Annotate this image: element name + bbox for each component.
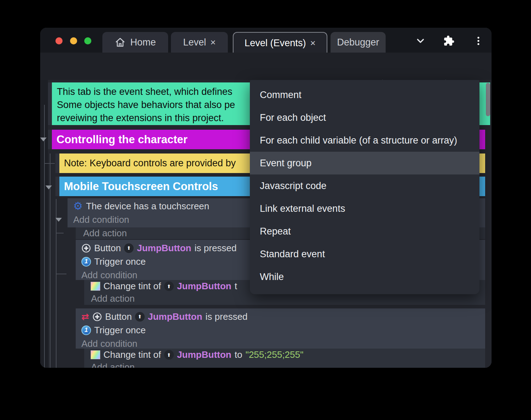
object-name: JumpButton — [137, 243, 191, 254]
add-action-label: Add action — [84, 293, 135, 304]
add-action-row[interactable]: Add action — [84, 361, 485, 368]
traffic-close-button[interactable] — [55, 37, 63, 44]
menu-item-while[interactable]: While — [250, 265, 479, 288]
tab-debugger[interactable]: Debugger — [331, 32, 386, 53]
jumpbutton-thumbnail-icon: ⬆ — [164, 350, 174, 360]
add-condition-link[interactable]: Add condition — [76, 337, 485, 349]
tree-guide-connector — [56, 274, 66, 274]
action-text: to — [235, 349, 242, 360]
menu-item-for-each-child-variable[interactable]: For each child variable (of a structure … — [250, 129, 479, 152]
menu-item-standard-event[interactable]: Standard event — [250, 243, 479, 265]
chevron-down-icon — [414, 35, 427, 47]
string-value: "255;255;255" — [246, 349, 304, 360]
tab-debugger-label: Debugger — [337, 37, 379, 48]
vertical-scrollbar-thumb[interactable] — [486, 83, 490, 116]
jumpbutton-thumbnail-icon: ⬆ — [164, 281, 174, 291]
tree-guide-connector — [44, 163, 55, 164]
group-title: Controlling the character — [52, 133, 188, 146]
group-title: Mobile Touchscreen Controls — [59, 180, 218, 193]
drag-handle[interactable] — [48, 130, 52, 149]
close-icon[interactable]: × — [310, 38, 316, 48]
jumpbutton-thumbnail-icon: ⬆ — [135, 312, 145, 322]
toolbar — [40, 53, 492, 80]
jumpbutton-thumbnail-icon: ⬆ — [124, 243, 134, 253]
menu-item-for-each-object[interactable]: For each object — [250, 106, 479, 129]
gamepad-button-icon — [81, 243, 91, 253]
add-action-row[interactable]: Add action — [84, 292, 485, 305]
tab-bar: Home Level × Level (Events) × Debugger — [40, 28, 492, 53]
drag-handle[interactable] — [48, 82, 52, 125]
menu-item-comment[interactable]: Comment — [250, 84, 479, 106]
action-text: Change tint of — [103, 349, 161, 360]
tab-home-label: Home — [130, 37, 156, 48]
action-text: t — [235, 281, 237, 292]
traffic-minimize-button[interactable] — [70, 37, 77, 44]
add-action-label: Add action — [76, 228, 127, 239]
add-condition-label: Add condition — [73, 214, 129, 225]
condition-text: The device has a touchscreen — [86, 201, 209, 212]
tab-home[interactable]: Home — [102, 32, 168, 53]
tree-guide-line — [44, 105, 45, 368]
home-icon — [114, 37, 126, 48]
add-condition-label: Add condition — [81, 270, 138, 280]
color-tint-icon — [91, 282, 100, 291]
drag-handle[interactable] — [55, 154, 59, 173]
add-condition-label: Add condition — [81, 338, 138, 349]
tabs-dropdown-button[interactable] — [413, 34, 428, 48]
extensions-button[interactable] — [442, 34, 456, 48]
tab-level-events[interactable]: Level (Events) × — [233, 32, 327, 53]
color-tint-icon — [91, 350, 100, 359]
menu-item-link-external-events[interactable]: Link external events — [250, 197, 479, 220]
condition-text: is pressed — [205, 311, 248, 322]
condition-text: Trigger once — [94, 256, 146, 267]
tree-guide-connector — [56, 233, 64, 233]
tab-level-events-label: Level (Events) — [245, 38, 306, 49]
tree-guide-line — [56, 199, 57, 368]
condition-text: is pressed — [194, 243, 237, 254]
close-icon[interactable]: × — [210, 38, 216, 47]
gamepad-button-icon — [92, 312, 102, 322]
collapse-triangle-icon[interactable] — [55, 218, 62, 222]
inverted-condition-icon: ⇄ — [81, 312, 89, 321]
object-name: JumpButton — [148, 311, 202, 322]
note-text: Note: Keyboard controls are provided by — [59, 158, 236, 169]
desktop-background: Home Level × Level (Events) × Debugger — [0, 0, 531, 420]
tab-level[interactable]: Level × — [171, 32, 228, 53]
condition-text: Button — [94, 243, 121, 254]
kebab-menu-icon — [473, 35, 484, 47]
window-menu-button[interactable] — [471, 34, 486, 48]
menu-item-repeat[interactable]: Repeat — [250, 220, 479, 243]
puzzle-piece-icon — [443, 35, 455, 47]
drag-handle[interactable] — [55, 177, 59, 196]
trigger-once-icon: 1 — [81, 325, 91, 335]
tab-level-label: Level — [183, 37, 206, 48]
condition-text: Trigger once — [94, 325, 146, 336]
add-event-context-menu: Comment For each object For each child v… — [250, 80, 479, 294]
collapse-triangle-icon[interactable] — [40, 138, 47, 141]
add-action-label: Add action — [84, 362, 135, 368]
object-name: JumpButton — [177, 349, 231, 360]
traffic-zoom-button[interactable] — [84, 37, 91, 44]
action-text: Change tint of — [103, 281, 161, 292]
action-change-tint[interactable]: Change tint of ⬆ JumpButton to "255;255;… — [84, 349, 485, 361]
collapse-triangle-icon[interactable] — [45, 185, 52, 189]
menu-item-javascript-code[interactable]: Javascript code — [250, 174, 479, 197]
object-name: JumpButton — [177, 281, 231, 292]
menu-item-event-group[interactable]: Event group — [250, 152, 479, 174]
gear-icon: ⚙ — [73, 201, 83, 211]
app-window: Home Level × Level (Events) × Debugger — [40, 28, 492, 368]
event-jumpbutton-not-pressed[interactable]: ⇄ Button ⬆ JumpButton is pressed 1 Trigg… — [76, 308, 485, 349]
trigger-once-icon: 1 — [81, 257, 91, 266]
condition-text: Button — [105, 311, 132, 322]
